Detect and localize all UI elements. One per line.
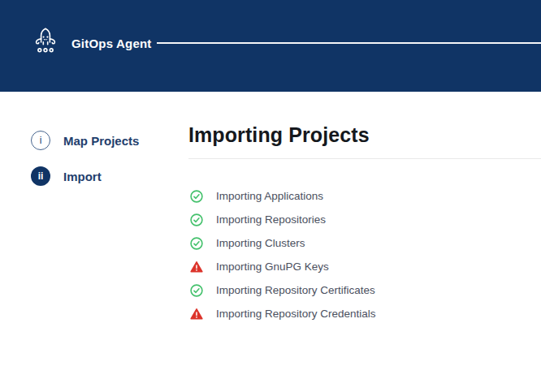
- import-status-list: Importing Applications Importing Reposit…: [190, 184, 541, 325]
- import-status-row: Importing GnuPG Keys: [190, 255, 541, 278]
- title-divider-line: [188, 158, 541, 159]
- status-icon: [190, 308, 203, 321]
- import-status-row: Importing Applications: [190, 184, 541, 208]
- import-item-label: Importing Applications: [216, 190, 323, 202]
- status-icon: [190, 190, 203, 203]
- wizard-steps: i Map Projects ii Import: [31, 131, 139, 186]
- step-import[interactable]: ii Import: [31, 166, 139, 186]
- check-circle-icon: [190, 284, 203, 297]
- step-number-badge: ii: [31, 166, 50, 186]
- header-divider-line: [157, 42, 541, 44]
- import-status-row: Importing Clusters: [190, 231, 541, 255]
- step-number-badge: i: [31, 131, 50, 150]
- import-item-label: Importing GnuPG Keys: [216, 261, 329, 273]
- check-circle-icon: [190, 213, 203, 226]
- check-circle-icon: [190, 190, 203, 203]
- step-label: Map Projects: [63, 134, 139, 148]
- status-icon: [190, 213, 203, 226]
- step-map-projects[interactable]: i Map Projects: [31, 131, 139, 150]
- import-status-row: Importing Repositories: [190, 208, 541, 231]
- header-bar: GitOps Agent: [0, 0, 541, 92]
- import-item-label: Importing Repository Credentials: [216, 308, 376, 320]
- check-circle-icon: [190, 237, 203, 250]
- import-status-row: Importing Repository Certificates: [190, 278, 541, 302]
- screen: GitOps Agent i Map Projects ii Import Im…: [0, 0, 541, 392]
- step-label: Import: [63, 170, 102, 183]
- app-title: GitOps Agent: [71, 37, 152, 51]
- status-icon: [190, 261, 203, 274]
- warning-triangle-icon: [190, 308, 203, 321]
- import-item-label: Importing Clusters: [216, 237, 305, 249]
- status-icon: [190, 237, 203, 250]
- import-item-label: Importing Repositories: [216, 213, 326, 226]
- import-item-label: Importing Repository Certificates: [216, 284, 375, 296]
- import-status-row: Importing Repository Credentials: [190, 302, 541, 325]
- octopus-logo-icon: [31, 26, 60, 57]
- page-title: Importing Projects: [188, 123, 370, 147]
- status-icon: [190, 284, 203, 297]
- warning-triangle-icon: [190, 261, 203, 274]
